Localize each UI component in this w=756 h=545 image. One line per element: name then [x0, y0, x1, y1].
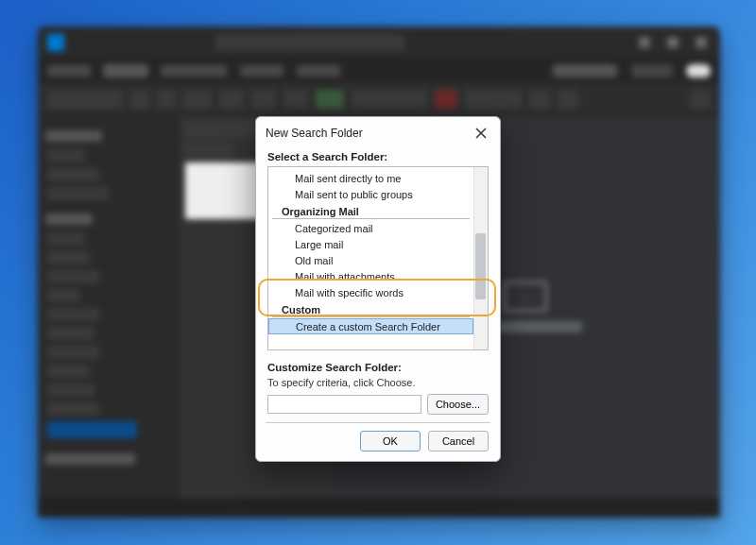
- list-group-header: Custom: [272, 302, 470, 317]
- window-controls: [639, 37, 720, 48]
- list-item[interactable]: Mail sent to public groups: [268, 186, 473, 202]
- toggle-switch: [686, 64, 711, 77]
- tab-view: [240, 65, 284, 77]
- tab-home: [104, 65, 147, 77]
- list-item[interactable]: Mail with attachments: [268, 268, 473, 284]
- scrollbar-track[interactable]: [473, 167, 488, 349]
- new-search-folder-dialog: New Search Folder Select a Search Folder…: [255, 116, 501, 462]
- tab-file: [47, 65, 91, 77]
- try-it-now-btn: [631, 64, 673, 77]
- list-item-selected[interactable]: Create a custom Search Folder: [268, 318, 473, 334]
- new-email-btn: [47, 90, 123, 109]
- status-bar: [38, 499, 720, 518]
- list-item[interactable]: Large mail: [268, 236, 473, 252]
- tab-help: [297, 65, 340, 77]
- sidebar-item-search-folders: [47, 421, 137, 438]
- tab-sendreceive: [161, 65, 227, 77]
- list-item[interactable]: Mail with specific words: [268, 284, 473, 300]
- app-logo: [47, 34, 64, 51]
- coming-soon-toggle: [552, 64, 618, 77]
- scrollbar-thumb[interactable]: [475, 233, 486, 299]
- choose-button[interactable]: Choose...: [427, 394, 489, 415]
- search-folder-listbox[interactable]: Mail sent directly to me Mail sent to pu…: [267, 166, 489, 350]
- list-item[interactable]: Categorized mail: [268, 220, 473, 236]
- dialog-title: New Search Folder: [266, 127, 363, 140]
- close-button[interactable]: [472, 124, 490, 143]
- search-bar: [215, 34, 404, 51]
- ok-button[interactable]: OK: [360, 431, 421, 451]
- customize-hint: To specify criteria, click Choose.: [267, 377, 489, 388]
- list-group-header: Organizing Mail: [272, 204, 470, 219]
- envelope-icon: [504, 281, 547, 312]
- customize-label: Customize Search Folder:: [267, 362, 489, 373]
- select-folder-label: Select a Search Folder:: [267, 151, 489, 162]
- criteria-textbox[interactable]: [267, 395, 421, 414]
- separator: [266, 422, 490, 423]
- list-item[interactable]: Mail sent directly to me: [268, 170, 473, 186]
- close-icon: [475, 128, 487, 139]
- cancel-button[interactable]: Cancel: [428, 431, 489, 451]
- list-item[interactable]: Old mail: [268, 252, 473, 268]
